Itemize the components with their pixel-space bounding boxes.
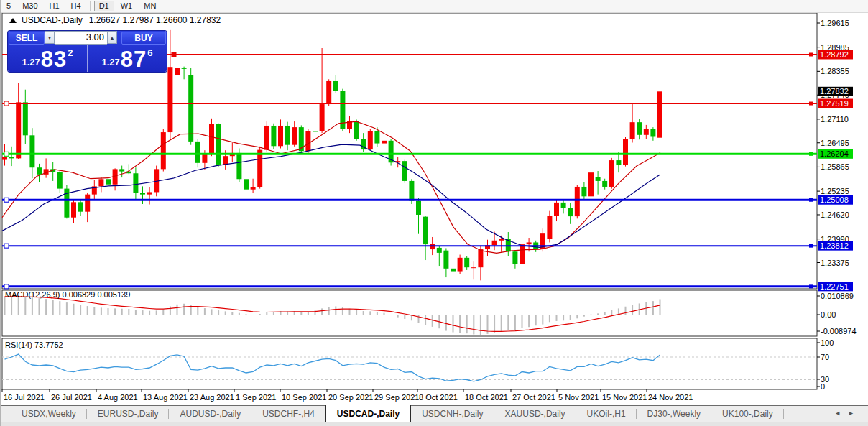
macd-bar xyxy=(466,315,468,333)
candle-bear xyxy=(29,135,34,167)
candle-bull xyxy=(251,187,256,189)
macd-bar xyxy=(218,310,219,315)
hline-handle-left[interactable] xyxy=(172,52,176,57)
price-tick-label: 1.27110 xyxy=(821,115,849,124)
tab-usdcnh[interactable]: USDCNH-,Daily xyxy=(411,406,494,422)
tab-usdx[interactable]: USDX,Weekly xyxy=(11,406,87,422)
candle-bear xyxy=(285,126,290,145)
candle-bear xyxy=(443,251,448,269)
macd-bar xyxy=(24,297,26,315)
macd-bar xyxy=(156,310,157,315)
volume-input[interactable]: 3.00 xyxy=(55,31,107,45)
candle-bull xyxy=(98,179,103,186)
tab-scroll-arrows: ◄► xyxy=(834,409,862,417)
date-tick-label: 15 Nov 2021 xyxy=(602,393,647,402)
candle-bull xyxy=(16,102,21,158)
volume-increase-button[interactable]: ▲ xyxy=(107,31,117,44)
price-tick-label: 1.25235 xyxy=(821,187,849,195)
candle-bear xyxy=(402,161,407,181)
candle-bull xyxy=(257,150,262,187)
candle-bull xyxy=(644,129,649,135)
price-badge-1.26204-text: 1.26204 xyxy=(820,149,849,158)
macd-bar xyxy=(45,299,47,315)
candle-bear xyxy=(650,129,655,137)
hline-handle-left[interactable] xyxy=(4,198,9,202)
sell-button[interactable]: SELL xyxy=(9,32,45,45)
macd-bar xyxy=(204,308,206,315)
candle-bull xyxy=(471,267,476,268)
tab-dj30[interactable]: DJ30-,Weekly xyxy=(637,406,711,422)
hline-handle-right[interactable] xyxy=(809,52,813,56)
macd-bar xyxy=(52,300,54,315)
candle-bear xyxy=(37,167,42,175)
tab-usdchf[interactable]: USDCHF-,H4 xyxy=(251,406,326,422)
macd-bar xyxy=(80,305,81,315)
buy-price[interactable]: 1.27 87 6 xyxy=(88,45,167,72)
timeframe-mn[interactable]: MN xyxy=(139,1,161,11)
macd-bar xyxy=(625,307,627,315)
hline-handle-left[interactable] xyxy=(4,101,9,106)
macd-bar xyxy=(377,312,378,315)
buy-button[interactable]: BUY xyxy=(121,32,166,45)
candle-bull xyxy=(223,156,228,165)
macd-bar xyxy=(335,306,336,315)
macd-bar xyxy=(128,309,129,315)
candle-bull xyxy=(623,139,628,165)
date-tick-label: 20 Sep 2021 xyxy=(328,393,373,402)
tab-scroll-left-icon[interactable]: ◄ xyxy=(834,409,848,417)
hline-handle-right[interactable] xyxy=(809,244,813,248)
hline-handle-right[interactable] xyxy=(809,102,813,106)
symbol-title: USDCAD-,Daily xyxy=(22,15,83,25)
hline-handle-left[interactable] xyxy=(4,284,9,289)
timeframe-w1[interactable]: W1 xyxy=(116,1,138,11)
candle-bull xyxy=(630,122,635,139)
candle-bear xyxy=(216,124,221,165)
candle-bull xyxy=(657,91,662,137)
macd-bar xyxy=(231,312,233,315)
candle-bear xyxy=(271,126,276,146)
macd-axis-label: 0.010869 xyxy=(821,292,854,300)
candle-bear xyxy=(437,248,442,253)
hline-handle-right[interactable] xyxy=(809,284,813,288)
buy-price-small: 1.27 xyxy=(101,57,119,68)
sell-price-small: 1.27 xyxy=(22,57,40,68)
hline-handle-left[interactable] xyxy=(4,244,9,248)
rsi-axis-label: 0 xyxy=(821,382,825,391)
tab-uk100[interactable]: UK100-,Daily xyxy=(711,406,784,422)
macd-bar xyxy=(404,315,405,319)
candle-bear xyxy=(333,81,338,91)
macd-bar xyxy=(87,306,88,315)
date-tick-label: 24 Nov 2021 xyxy=(648,393,693,402)
candle-bear xyxy=(637,122,642,135)
macd-bar xyxy=(459,315,461,333)
timeframe-h1[interactable]: H1 xyxy=(45,1,65,11)
timeframe-m30[interactable]: M30 xyxy=(17,1,42,11)
macd-bar xyxy=(300,312,302,315)
hline-handle-left[interactable] xyxy=(4,152,9,156)
tab-usdcad[interactable]: USDCAD-,Daily xyxy=(326,405,411,422)
timeframe-h4[interactable]: H4 xyxy=(66,1,86,11)
trading-terminal: 1.296151.289851.283551.277401.271101.264… xyxy=(0,0,868,426)
sell-price[interactable]: 1.27 83 2 xyxy=(8,45,88,72)
candle-bull xyxy=(175,68,180,75)
timeframe-5[interactable]: 5 xyxy=(1,1,16,11)
candle-bear xyxy=(57,172,63,189)
candle-bull xyxy=(492,241,497,245)
candle-bear xyxy=(119,169,124,171)
macd-bar xyxy=(321,308,323,315)
price-tick-label: 1.24620 xyxy=(821,210,849,219)
volume-decrease-button[interactable]: ▼ xyxy=(45,31,55,44)
hline-handle-right[interactable] xyxy=(809,152,813,156)
tab-eurusd[interactable]: EURUSD-,Daily xyxy=(87,406,170,422)
tab-ukoil[interactable]: UKOil-,H1 xyxy=(576,406,637,422)
macd-bar xyxy=(652,301,654,315)
tab-audusd[interactable]: AUDUSD-,Daily xyxy=(169,406,251,422)
tab-scroll-right-icon[interactable]: ► xyxy=(848,409,862,417)
tab-xauusd[interactable]: XAUUSD-,Daily xyxy=(494,406,576,422)
timeframe-d1[interactable]: D1 xyxy=(94,1,114,11)
price-tick-label: 1.29615 xyxy=(821,19,849,27)
candle-bear xyxy=(602,181,607,187)
hline-handle-right[interactable] xyxy=(809,198,813,202)
macd-bar xyxy=(570,315,571,320)
macd-bar xyxy=(597,313,599,315)
